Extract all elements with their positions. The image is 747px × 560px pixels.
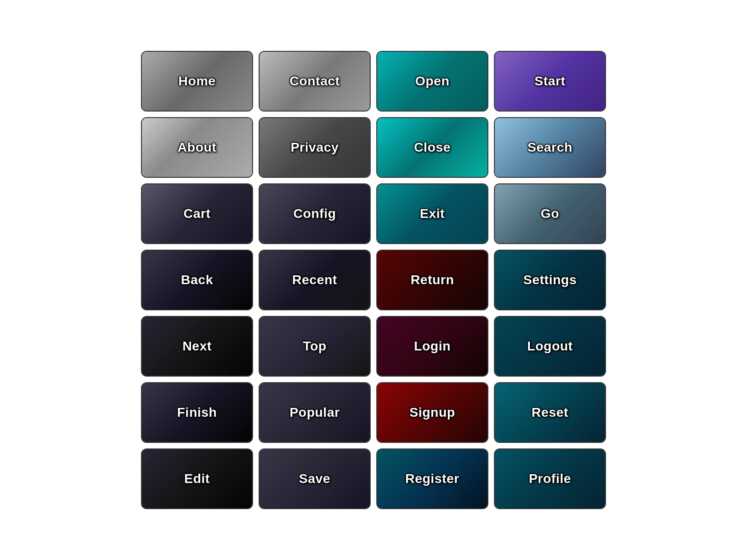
privacy-button-label: Privacy: [290, 140, 338, 155]
next-button[interactable]: Next: [141, 316, 253, 377]
top-button-label: Top: [303, 339, 327, 354]
close-button[interactable]: Close: [376, 117, 488, 178]
login-button[interactable]: Login: [376, 316, 488, 377]
settings-button-label: Settings: [523, 273, 577, 287]
contact-button-label: Contact: [289, 74, 340, 89]
edit-button-label: Edit: [184, 471, 210, 486]
signup-button[interactable]: Signup: [376, 382, 488, 443]
recent-button[interactable]: Recent: [259, 250, 371, 310]
logout-button[interactable]: Logout: [494, 316, 606, 377]
finish-button[interactable]: Finish: [141, 382, 253, 443]
reset-button-label: Reset: [532, 405, 569, 420]
config-button-label: Config: [293, 206, 336, 221]
profile-button[interactable]: Profile: [494, 448, 606, 509]
exit-button-label: Exit: [420, 206, 444, 221]
popular-button-label: Popular: [289, 405, 340, 420]
finish-button-label: Finish: [177, 405, 217, 420]
settings-button[interactable]: Settings: [494, 250, 606, 310]
return-button-label: Return: [410, 273, 454, 287]
next-button-label: Next: [183, 339, 212, 354]
about-button-label: About: [177, 140, 216, 155]
reset-button[interactable]: Reset: [494, 382, 606, 443]
privacy-button[interactable]: Privacy: [259, 117, 371, 178]
config-button[interactable]: Config: [259, 183, 371, 244]
cart-button-label: Cart: [183, 206, 211, 221]
signup-button-label: Signup: [409, 405, 455, 420]
open-button[interactable]: Open: [376, 51, 488, 112]
edit-button[interactable]: Edit: [141, 448, 253, 509]
top-button[interactable]: Top: [259, 316, 371, 377]
cart-button[interactable]: Cart: [141, 183, 253, 244]
home-button-label: Home: [178, 74, 216, 89]
save-button[interactable]: Save: [259, 448, 371, 509]
open-button-label: Open: [415, 74, 450, 89]
popular-button[interactable]: Popular: [259, 382, 371, 443]
about-button[interactable]: About: [141, 117, 253, 178]
go-button[interactable]: Go: [494, 183, 606, 244]
save-button-label: Save: [299, 471, 330, 486]
back-button-label: Back: [181, 273, 213, 287]
return-button[interactable]: Return: [376, 250, 488, 310]
register-button-label: Register: [405, 471, 459, 486]
start-button[interactable]: Start: [494, 51, 606, 112]
logout-button-label: Logout: [527, 339, 573, 354]
recent-button-label: Recent: [292, 273, 337, 287]
home-button[interactable]: Home: [141, 51, 253, 112]
search-button[interactable]: Search: [494, 117, 606, 178]
go-button-label: Go: [541, 206, 559, 221]
register-button[interactable]: Register: [376, 448, 488, 509]
search-button-label: Search: [528, 140, 572, 155]
close-button-label: Close: [414, 140, 451, 155]
button-grid: HomeContactOpenStartAboutPrivacyCloseSea…: [122, 32, 625, 528]
start-button-label: Start: [535, 74, 565, 89]
back-button[interactable]: Back: [141, 250, 253, 310]
login-button-label: Login: [414, 339, 451, 354]
contact-button[interactable]: Contact: [259, 51, 371, 112]
exit-button[interactable]: Exit: [376, 183, 488, 244]
profile-button-label: Profile: [529, 471, 571, 486]
